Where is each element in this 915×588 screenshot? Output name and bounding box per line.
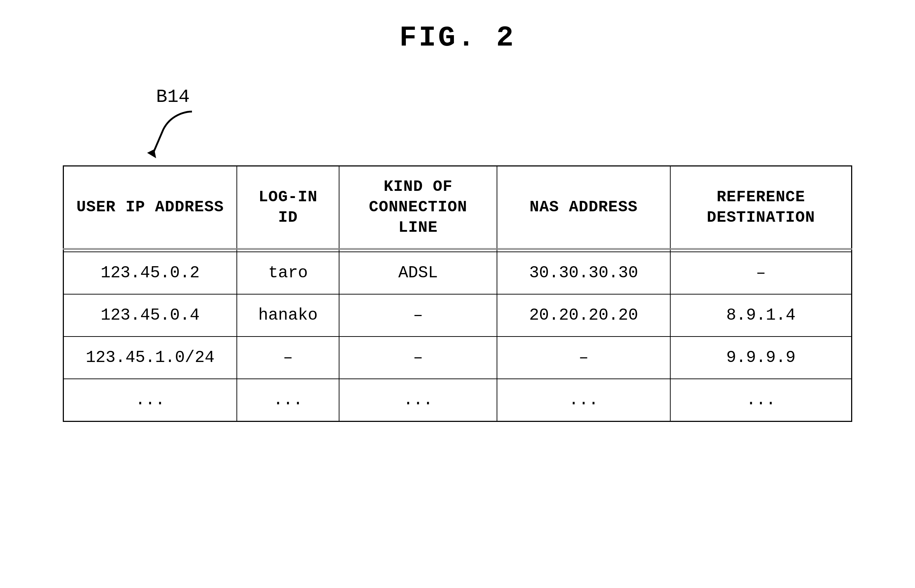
col-header-connection: KIND OFCONNECTION LINE (339, 166, 496, 249)
cell-connection-0: ADSL (339, 252, 496, 294)
cell-connection-3: ... (339, 379, 496, 422)
cell-login_id-0: taro (237, 252, 339, 294)
table-header-row: USER IP ADDRESS LOG-IN ID KIND OFCONNECT… (63, 166, 852, 249)
cell-connection-2: – (339, 336, 496, 379)
cell-login_id-3: ... (237, 379, 339, 422)
table-row: 123.45.0.4hanako–20.20.20.208.9.1.4 (63, 294, 852, 336)
table-row: 123.45.1.0/24–––9.9.9.9 (63, 336, 852, 379)
col-header-reference: REFERENCEDESTINATION (670, 166, 852, 249)
cell-reference-1: 8.9.1.4 (670, 294, 852, 336)
cell-connection-1: – (339, 294, 496, 336)
cell-reference-0: – (670, 252, 852, 294)
arrow-icon (134, 108, 206, 165)
separator-row (63, 249, 852, 252)
data-table: USER IP ADDRESS LOG-IN ID KIND OFCONNECT… (63, 165, 852, 422)
cell-user_ip-1: 123.45.0.4 (63, 294, 237, 336)
cell-user_ip-2: 123.45.1.0/24 (63, 336, 237, 379)
cell-nas_address-3: ... (497, 379, 670, 422)
cell-reference-2: 9.9.9.9 (670, 336, 852, 379)
cell-reference-3: ... (670, 379, 852, 422)
b14-label: B14 (156, 86, 190, 108)
cell-nas_address-2: – (497, 336, 670, 379)
page-container: FIG. 2 B14 USER IP ADDRESS LOG-IN ID KIN… (0, 0, 915, 588)
col-header-login-id: LOG-IN ID (237, 166, 339, 249)
col-header-nas: NAS ADDRESS (497, 166, 670, 249)
table-wrapper: USER IP ADDRESS LOG-IN ID KIND OFCONNECT… (63, 165, 852, 422)
figure-title: FIG. 2 (399, 21, 516, 54)
cell-nas_address-0: 30.30.30.30 (497, 252, 670, 294)
cell-user_ip-3: ... (63, 379, 237, 422)
cell-nas_address-1: 20.20.20.20 (497, 294, 670, 336)
table-row: 123.45.0.2taroADSL30.30.30.30– (63, 252, 852, 294)
cell-user_ip-0: 123.45.0.2 (63, 252, 237, 294)
arrow-container (134, 108, 206, 167)
label-area: B14 (63, 83, 852, 162)
col-header-user-ip: USER IP ADDRESS (63, 166, 237, 249)
cell-login_id-2: – (237, 336, 339, 379)
cell-login_id-1: hanako (237, 294, 339, 336)
table-row: ............... (63, 379, 852, 422)
table-body: 123.45.0.2taroADSL30.30.30.30–123.45.0.4… (63, 249, 852, 422)
